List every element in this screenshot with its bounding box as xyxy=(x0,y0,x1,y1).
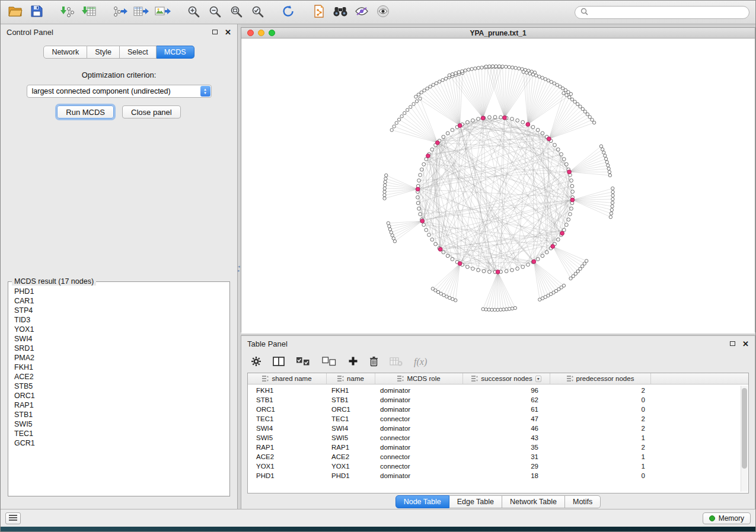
cell-name[interactable]: SWI5 xyxy=(327,434,375,441)
cell-predecessor-nodes[interactable]: 1 xyxy=(550,463,651,470)
cell-shared-name[interactable]: ACE2 xyxy=(248,453,327,460)
tab-motifs[interactable]: Motifs xyxy=(565,495,601,508)
mcds-result-item[interactable]: CAR1 xyxy=(14,296,229,306)
cell-predecessor-nodes[interactable]: 2 xyxy=(550,415,651,422)
cell-predecessor-nodes[interactable]: 0 xyxy=(550,472,651,479)
show-columns-button[interactable] xyxy=(273,354,285,370)
mcds-result-item[interactable]: PMA2 xyxy=(14,353,229,363)
cell-successor-nodes[interactable]: 29 xyxy=(463,463,550,470)
cell-shared-name[interactable]: FKH1 xyxy=(248,387,327,394)
mcds-result-item[interactable]: SWI5 xyxy=(14,419,229,429)
export-image-button[interactable] xyxy=(154,4,171,21)
scrollbar-thumb[interactable] xyxy=(742,388,747,469)
zoom-selected-button[interactable] xyxy=(248,4,266,21)
criterion-dropdown[interactable]: largest connected component (undirected)… xyxy=(27,85,212,98)
save-session-button[interactable] xyxy=(28,4,46,21)
table-settings-button[interactable] xyxy=(251,354,261,370)
cell-successor-nodes[interactable]: 31 xyxy=(463,453,550,460)
cell-predecessor-nodes[interactable]: 2 xyxy=(550,425,651,432)
cell-name[interactable]: ACE2 xyxy=(327,453,375,460)
table-row[interactable]: STB1 STB1 dominator 62 0 xyxy=(248,395,748,405)
zoom-in-button[interactable] xyxy=(184,4,202,21)
cell-shared-name[interactable]: STB1 xyxy=(248,396,327,403)
task-history-button[interactable] xyxy=(5,512,21,524)
close-table-panel-button[interactable]: ✕ xyxy=(742,340,749,348)
open-session-button[interactable] xyxy=(7,4,24,21)
cell-shared-name[interactable]: PHD1 xyxy=(248,472,327,479)
close-panel-button-mcds[interactable]: Close panel xyxy=(122,105,181,118)
mcds-result-item[interactable]: SRD1 xyxy=(14,344,229,353)
cell-mcds-role[interactable]: connector xyxy=(375,415,463,422)
column-header-name[interactable]: name xyxy=(327,373,375,384)
cell-name[interactable]: PHD1 xyxy=(327,472,375,479)
delete-column-button[interactable] xyxy=(369,354,378,370)
table-row[interactable]: PHD1 PHD1 dominator 18 0 xyxy=(248,471,748,480)
mcds-result-item[interactable]: STB5 xyxy=(14,382,229,391)
float-table-panel-button[interactable] xyxy=(730,341,735,346)
cell-name[interactable]: SWI4 xyxy=(327,425,375,432)
tab-edge-table[interactable]: Edge Table xyxy=(449,495,502,508)
column-header-predecessor-nodes[interactable]: predecessor nodes xyxy=(550,373,651,384)
table-row[interactable]: FKH1 FKH1 dominator 96 2 xyxy=(248,386,748,395)
mcds-result-item[interactable]: GCR1 xyxy=(14,438,229,448)
column-header-shared-name[interactable]: shared name xyxy=(248,373,327,384)
search-input[interactable] xyxy=(592,8,744,17)
import-table-button[interactable] xyxy=(80,4,98,21)
float-panel-button[interactable] xyxy=(212,30,218,34)
run-mcds-button[interactable]: Run MCDS xyxy=(57,105,114,118)
cell-successor-nodes[interactable]: 46 xyxy=(463,425,550,432)
cell-successor-nodes[interactable]: 96 xyxy=(463,387,550,394)
export-table-button[interactable] xyxy=(132,4,150,21)
mcds-result-item[interactable]: ACE2 xyxy=(14,372,229,382)
cell-mcds-role[interactable]: dominator xyxy=(375,425,463,432)
panel-splitter[interactable]: ◂▸ xyxy=(238,24,241,509)
export-network-button[interactable] xyxy=(111,4,129,21)
clone-network-button[interactable] xyxy=(310,4,328,21)
cell-name[interactable]: RAP1 xyxy=(327,444,375,451)
zoom-fit-button[interactable] xyxy=(227,4,245,21)
cell-name[interactable]: STB1 xyxy=(327,396,375,403)
select-all-button[interactable] xyxy=(296,354,311,370)
tab-select[interactable]: Select xyxy=(120,46,157,59)
deselect-all-button[interactable] xyxy=(322,354,337,370)
cell-mcds-role[interactable]: dominator xyxy=(375,387,463,394)
maximize-window-icon[interactable] xyxy=(269,30,275,36)
cell-shared-name[interactable]: SWI5 xyxy=(248,434,327,441)
cell-predecessor-nodes[interactable]: 1 xyxy=(550,434,651,441)
cell-mcds-role[interactable]: connector xyxy=(375,463,463,470)
cell-name[interactable]: TEC1 xyxy=(327,415,375,422)
sort-dropdown-icon[interactable]: ▾ xyxy=(535,376,541,382)
close-window-icon[interactable] xyxy=(247,30,254,36)
tab-network[interactable]: Network xyxy=(43,46,87,59)
splitter-handle-icon[interactable]: ◂▸ xyxy=(238,264,240,273)
zoom-out-button[interactable] xyxy=(206,4,224,21)
search-box[interactable] xyxy=(575,6,749,19)
cell-shared-name[interactable]: TEC1 xyxy=(248,415,327,422)
mcds-result-item[interactable]: FKH1 xyxy=(14,363,229,372)
cell-name[interactable]: ORC1 xyxy=(327,406,375,413)
add-column-button[interactable] xyxy=(348,354,358,370)
find-button[interactable] xyxy=(331,4,349,21)
cell-successor-nodes[interactable]: 61 xyxy=(463,406,550,413)
network-graph[interactable] xyxy=(241,39,755,334)
show-details-button[interactable] xyxy=(374,4,392,21)
table-row[interactable]: RAP1 RAP1 dominator 35 2 xyxy=(248,443,748,452)
tab-mcds[interactable]: MCDS xyxy=(157,46,194,59)
cell-predecessor-nodes[interactable]: 1 xyxy=(550,453,651,460)
cell-mcds-role[interactable]: dominator xyxy=(375,396,463,403)
cell-predecessor-nodes[interactable]: 0 xyxy=(550,396,651,403)
cell-successor-nodes[interactable]: 18 xyxy=(463,472,550,479)
cell-shared-name[interactable]: RAP1 xyxy=(248,444,327,451)
column-header-successor-nodes[interactable]: successor nodes ▾ xyxy=(463,373,550,384)
table-row[interactable]: YOX1 YOX1 connector 29 1 xyxy=(248,462,748,471)
table-row[interactable]: ACE2 ACE2 connector 31 1 xyxy=(248,452,748,462)
tab-node-table[interactable]: Node Table xyxy=(395,495,449,508)
memory-button[interactable]: Memory xyxy=(703,512,751,524)
cell-mcds-role[interactable]: connector xyxy=(375,434,463,441)
mcds-result-item[interactable]: TEC1 xyxy=(14,429,229,438)
mcds-result-item[interactable]: TID3 xyxy=(14,315,229,325)
function-builder-button[interactable]: f(x) xyxy=(414,354,427,370)
cell-shared-name[interactable]: YOX1 xyxy=(248,463,327,470)
cell-predecessor-nodes[interactable]: 2 xyxy=(550,387,651,394)
cell-successor-nodes[interactable]: 47 xyxy=(463,415,550,422)
